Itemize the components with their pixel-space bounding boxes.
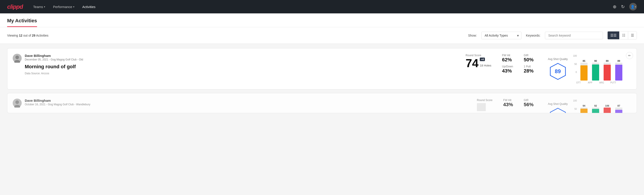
bar-fill <box>615 110 622 113</box>
edit-button[interactable]: ✏ <box>626 52 633 59</box>
activity-card: Dave Billingham December 05, 2021 - Gog … <box>7 48 637 90</box>
svg-marker-7 <box>550 108 566 113</box>
bar-value-label: 89 <box>618 60 620 62</box>
page-title: My Activities <box>7 18 37 24</box>
fw-gir-group: FW Hit 62% Up/Down 43% <box>502 54 513 74</box>
bar-x-label: PUTT <box>610 82 617 84</box>
bar-container <box>604 63 611 80</box>
fw-gir-group: FW Hit 43% <box>503 98 513 108</box>
bar-group: 85 <box>580 60 588 80</box>
avatar <box>13 54 22 63</box>
svg-point-1 <box>16 56 19 59</box>
bar-group: 87 <box>615 104 622 113</box>
card-info: Dave Billingham October 16, 2021 - Gog M… <box>25 98 90 108</box>
chevron-down-icon: ▾ <box>44 6 45 8</box>
updown-val: 43% <box>502 68 513 74</box>
hexagon-score: 91 <box>555 113 561 113</box>
hexagon-svg <box>549 107 567 113</box>
oneputt-label: 1 Putt <box>524 65 534 68</box>
bar-group: 94 <box>580 104 588 113</box>
card-left: Dave Billingham October 16, 2021 - Gog M… <box>13 98 470 108</box>
bar-value-label: 85 <box>583 60 585 62</box>
app-logo: clippd <box>7 3 23 10</box>
fw-hit-label: FW Hit <box>502 54 513 57</box>
activity-type-dropdown[interactable]: All Activity Types <box>481 32 522 39</box>
bar-container <box>615 108 622 113</box>
nav-right: ⊕ ↻ 👤 ▾ <box>613 3 637 10</box>
bar-container <box>580 108 588 113</box>
svg-point-5 <box>16 100 19 104</box>
gir-val: 56% <box>524 102 534 108</box>
bar-value-label: 89 <box>606 60 608 62</box>
hexagon: 89 <box>549 62 567 80</box>
bar-container <box>615 63 622 80</box>
score-placeholder <box>477 103 486 111</box>
bar-chart: 85 90 89 89 <box>578 54 624 80</box>
y-axis: 100 50 0 <box>573 54 577 74</box>
activity-card: Dave Billingham October 16, 2021 - Gog M… <box>7 93 637 113</box>
bar-container <box>592 108 599 113</box>
bar-group: 92 <box>592 104 599 113</box>
bar-bottom-labels: OTTAPPARGPUTT <box>573 80 624 84</box>
nav-item-activities[interactable]: Activities <box>79 3 99 10</box>
bar-group: 106 <box>604 104 611 113</box>
nav-item-teams[interactable]: Teams ▾ <box>30 3 48 10</box>
show-label: Show: <box>468 34 477 37</box>
holes-label: 18 Holes <box>480 64 491 67</box>
bar-container <box>604 108 611 113</box>
activity-type-dropdown-wrap: All Activity Types <box>481 32 522 39</box>
gir-label: GIR <box>524 54 534 57</box>
bar-value-label: 106 <box>605 104 609 107</box>
fw-hit-label: FW Hit <box>503 98 513 102</box>
search-input[interactable] <box>545 32 603 39</box>
bar-value-label: 90 <box>594 60 597 62</box>
hexagon-wrap: Avg Shot Quality 91 <box>548 102 568 113</box>
round-score-label: Round Score <box>466 54 491 57</box>
bar-fill <box>604 65 611 80</box>
bar-x-label: OTT <box>575 82 582 84</box>
bar-container <box>580 63 588 80</box>
user-name: Dave Billingham <box>25 98 90 102</box>
bar-fill <box>604 108 611 113</box>
round-score-group: Round Score <box>477 98 492 111</box>
bars-container: 94 92 106 87 <box>578 98 624 113</box>
fw-hit-stat: FW Hit 43% <box>503 98 513 108</box>
card-info: Dave Billingham December 05, 2021 - Gog … <box>25 54 83 75</box>
gir-putt-group: GIR 50% 1 Putt 28% <box>524 54 534 74</box>
score-number: 74 <box>466 57 479 69</box>
list-icon: ☰☰ <box>610 33 616 38</box>
refresh-icon[interactable]: ↻ <box>621 4 625 9</box>
fw-hit-val: 43% <box>503 102 513 108</box>
gir-putt-group: GIR 56% <box>524 98 534 108</box>
gir-label: GIR <box>524 98 534 102</box>
fw-hit-stat: FW Hit 62% <box>502 54 513 63</box>
bar-value-label: 87 <box>618 104 620 107</box>
bar-fill <box>615 65 622 80</box>
bar-chart-wrap: 100 50 0 94 92 106 87 <box>573 98 624 113</box>
round-score-group: Round Score 74 +4 18 Holes <box>466 54 491 69</box>
nav-item-performance[interactable]: Performance ▾ <box>50 3 78 10</box>
list-view-button[interactable]: ☰☰ <box>608 32 620 39</box>
bars-container: 85 90 89 89 <box>578 54 624 80</box>
bar-group: 89 <box>604 60 611 80</box>
add-icon[interactable]: ⊕ <box>613 4 616 9</box>
fw-hit-val: 62% <box>502 57 513 63</box>
activity-date: December 05, 2021 - Gog Magog Golf Club … <box>25 58 83 61</box>
updown-stat: Up/Down 43% <box>502 65 513 74</box>
bar-container <box>592 63 599 80</box>
score-display: 74 +4 18 Holes <box>466 57 491 69</box>
oneputt-stat: 1 Putt 28% <box>524 65 534 74</box>
bar-x-label: ARG <box>598 82 605 84</box>
hexagon-score: 89 <box>555 68 561 74</box>
bar-fill <box>580 65 588 80</box>
bar-value-label: 94 <box>583 104 585 107</box>
grid-view-button[interactable]: ☷ <box>620 32 628 39</box>
compact-view-button[interactable]: ☰ <box>628 32 637 39</box>
user-avatar[interactable]: 👤 ▾ <box>629 3 637 10</box>
bar-group: 90 <box>592 60 599 80</box>
hexagon: 91 <box>549 107 567 113</box>
avg-shot-label: Avg Shot Quality <box>548 102 568 106</box>
page-header: My Activities <box>0 14 644 27</box>
chart-area: 100 50 0 94 92 106 87 <box>573 98 624 113</box>
chart-area: 100 50 0 85 90 89 89 <box>573 54 624 80</box>
